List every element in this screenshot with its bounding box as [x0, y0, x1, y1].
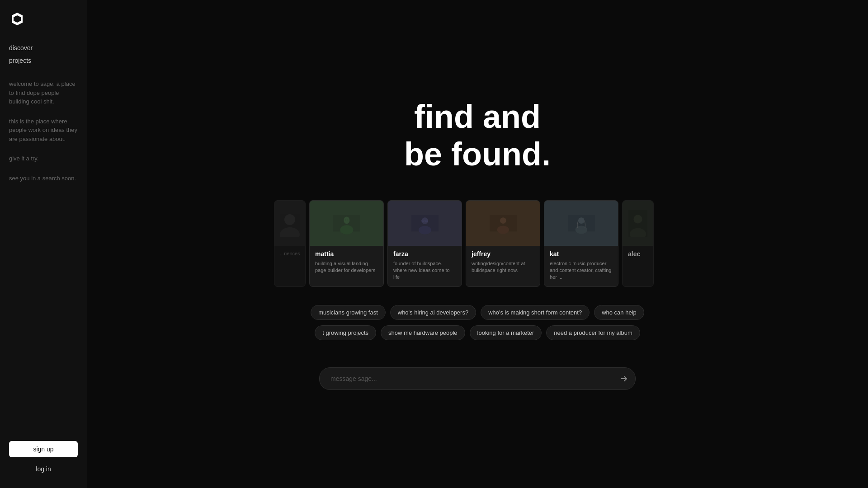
suggestion-marketer[interactable]: looking for a marketer — [470, 325, 542, 340]
profile-name-jeffrey: jeffrey — [472, 250, 534, 258]
profile-name-farza: farza — [393, 250, 456, 258]
profile-bio-farza: founder of buildspace. where new ideas c… — [393, 260, 456, 281]
suggestion-short-form[interactable]: who's is making short form content? — [481, 305, 590, 320]
profile-card-partial-left[interactable]: ...riences — [274, 200, 306, 287]
sidebar-item-discover[interactable]: discover — [9, 43, 78, 52]
svg-point-20 — [633, 215, 642, 223]
profile-card-farza[interactable]: farza founder of buildspace. where new i… — [387, 200, 462, 287]
profile-card-jeffrey[interactable]: jeffrey writing/design/content at builds… — [466, 200, 540, 287]
profile-bio-kat: electronic music producer and content cr… — [550, 260, 613, 281]
suggestions-row-2: t growing projects show me hardware peop… — [274, 325, 681, 340]
suggestion-hardware-people[interactable]: show me hardware people — [381, 325, 465, 340]
sidebar-item-projects[interactable]: projects — [9, 56, 78, 65]
suggestion-growing-projects[interactable]: t growing projects — [315, 325, 376, 340]
svg-point-1 — [280, 227, 300, 237]
svg-point-4 — [340, 225, 353, 234]
suggestions-container: musicians growing fast who's hiring ai d… — [274, 305, 681, 340]
svg-point-8 — [421, 217, 428, 224]
sidebar-auth-buttons: sign up log in — [9, 441, 78, 477]
profile-name-alec: alec — [628, 250, 648, 258]
svg-point-0 — [284, 214, 295, 225]
profile-cards-container: ...riences mattia building a visual land… — [274, 200, 681, 287]
svg-point-5 — [345, 219, 346, 220]
send-button[interactable] — [619, 374, 628, 383]
profile-name-kat: kat — [550, 250, 613, 258]
hero-title: find and be found. — [404, 98, 551, 173]
svg-point-6 — [347, 219, 348, 220]
sidebar-nav: discover projects — [9, 43, 78, 69]
sign-up-button[interactable]: sign up — [9, 441, 78, 457]
profile-bio-jeffrey: writing/design/content at buildspace rig… — [472, 260, 534, 274]
suggestion-ai-developers[interactable]: who's hiring ai developers? — [390, 305, 476, 320]
svg-point-3 — [344, 216, 349, 224]
logo[interactable] — [9, 11, 25, 27]
svg-point-17 — [578, 217, 584, 224]
svg-point-14 — [500, 217, 506, 224]
profile-name-mattia: mattia — [315, 250, 378, 258]
log-in-button[interactable]: log in — [9, 461, 78, 477]
svg-point-18 — [575, 225, 587, 234]
profile-bio-mattia: building a visual landing page builder f… — [315, 260, 378, 274]
profile-card-alec-partial[interactable]: alec — [622, 200, 654, 287]
svg-point-15 — [497, 225, 509, 234]
sidebar: discover projects welcome to sage. a pla… — [0, 0, 87, 488]
suggestion-producer[interactable]: need a producer for my album — [546, 325, 640, 340]
profile-card-mattia[interactable]: mattia building a visual landing page bu… — [309, 200, 384, 287]
main-content: find and be found. ...riences — [87, 0, 868, 488]
message-bar — [319, 367, 636, 390]
suggestion-musicians[interactable]: musicians growing fast — [311, 305, 386, 320]
profile-card-kat[interactable]: kat electronic music producer and conten… — [544, 200, 618, 287]
suggestion-who-can-help[interactable]: who can help — [594, 305, 644, 320]
message-input[interactable] — [319, 367, 636, 390]
sidebar-description: welcome to sage. a place to find dope pe… — [9, 69, 78, 188]
svg-point-9 — [419, 226, 431, 235]
suggestions-row-1: musicians growing fast who's hiring ai d… — [274, 305, 681, 320]
